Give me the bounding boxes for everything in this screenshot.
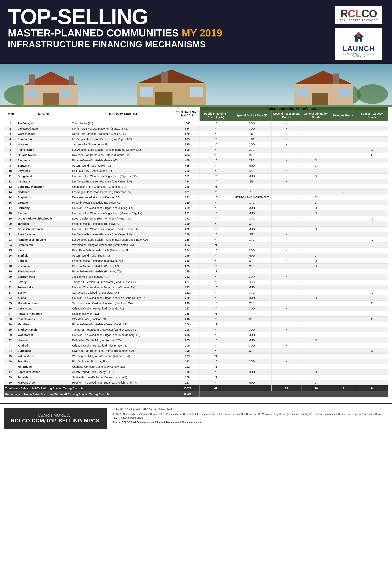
table-row: 42HarvestDallas-Fort Worth-Arlington (Ar… bbox=[4, 338, 388, 343]
table-row: 47Santa Rita RanchAustin-Round Rock (Lib… bbox=[4, 370, 388, 375]
svg-rect-11 bbox=[60, 89, 70, 98]
svg-rect-19 bbox=[161, 72, 168, 83]
table-row: 18SiennaHouston - The Woodlands-Sugar La… bbox=[4, 211, 388, 216]
subtitle: MASTER-PLANNED COMMUNITIES MY 2019 bbox=[8, 28, 329, 38]
header-title-area: TOP-SELLING MASTER-PLANNED COMMUNITIES M… bbox=[8, 6, 329, 49]
col-revenue: Revenue Bonds bbox=[331, 110, 356, 121]
table-row: 27EstrellaPhoenix-Mesa-Scottsdale (Goody… bbox=[4, 258, 388, 264]
table-row: 45WillowsfordWashington-Arlington-Alexan… bbox=[4, 354, 388, 359]
logos-area: RCLCO REAL ESTATE ADVISORS LAUNCH DEVELO… bbox=[333, 6, 384, 60]
col-public-fin: Public Financing / District (Y/N) bbox=[200, 110, 232, 121]
table-row: 1The VillagesThe Villages (FL)1000YCDDX bbox=[4, 121, 388, 126]
rclco-logo: RCLCO REAL ESTATE ADVISORS bbox=[335, 6, 382, 24]
financing-title: INFRASTRUCTURE FINANCING MECHANISMS bbox=[8, 40, 329, 49]
footnote-1: (1) Per RCLCO's Top Selling MPC Report -… bbox=[112, 408, 388, 412]
table-row: 39WoodforestHouston-The Woodlands-Sugar … bbox=[4, 332, 388, 338]
table-row: 34AlianaHouston-The Woodlands-Sugar Land… bbox=[4, 295, 388, 301]
svg-rect-16 bbox=[155, 92, 172, 107]
learn-more-label: LEARN MORE AT bbox=[38, 413, 72, 418]
svg-rect-13 bbox=[68, 76, 74, 85]
table-row: 33EscayaSan Diego-Carlsbad (Chula Vista,… bbox=[4, 290, 388, 295]
table-row: 39Starkey RanchTampa-St. Petersburg-Clea… bbox=[4, 327, 388, 332]
table-row: 20TartessoPhoenix-Mesa-Scottsdale (Bucke… bbox=[4, 221, 388, 226]
table-row: 2Lakewood RanchNorth Port-Sarasota-Brade… bbox=[4, 126, 388, 131]
table-row: 10DaybreakSalt Lake City (South Jordan, … bbox=[4, 168, 388, 174]
table-row: 5NocateeJacksonville (Ponte Vedra, FL)53… bbox=[4, 142, 388, 147]
table-row: 22Skye CanyonLas Vegas-Henderson-Paradis… bbox=[4, 232, 388, 237]
svg-rect-18 bbox=[190, 87, 203, 97]
table-row: 9SonterraAustin-Round Rock (Jarrell, TX)… bbox=[4, 163, 388, 168]
total-row: Total Home Sales or MPC's Utilizing Spec… bbox=[4, 385, 388, 392]
table-row: 29The MeadowsPhoenix-Mesa-Scottsdale (Ph… bbox=[4, 269, 388, 274]
svg-rect-23 bbox=[296, 88, 308, 97]
svg-point-6 bbox=[357, 84, 388, 104]
table-row: 17HarmonyHouston-The Woodlands-Sugar Lan… bbox=[4, 206, 388, 211]
main-table: Rank MPC (1) MSA (City, State) (1) Total… bbox=[4, 107, 388, 398]
col-special-tax: Special Tax Levy Bonds bbox=[356, 110, 388, 121]
table-row: 38River IslandsStockton-Lodi (Stockton, … bbox=[4, 316, 388, 322]
percentage-row: Percentage of Home Sales Occurring Withi… bbox=[4, 392, 388, 398]
col-general-ob: General Obligation Bonds bbox=[301, 110, 331, 121]
houses-illustration bbox=[0, 64, 392, 107]
launch-name: LAUNCH bbox=[339, 44, 379, 53]
footnotes-area: (1) Per RCLCO's Top Selling MPC Report -… bbox=[112, 408, 388, 429]
table-row: 39MeridianPhoenix-Mesa-Scottsdale (Queen… bbox=[4, 322, 388, 327]
table-row: 26SunfieldAustin-Round Rock (Buda, TX)24… bbox=[4, 253, 388, 258]
table-row: 43KindredOrlando-Kissimmee-Sanford (Kiss… bbox=[4, 343, 388, 348]
table-row: 46TraditionPort St. Lucie (St. Lucie, FL… bbox=[4, 359, 388, 364]
table-row: 28VistanciaPhoenix-Mesa-Scottsdale (Peor… bbox=[4, 264, 388, 269]
table-row: 13Cane Bay PlantationCharleston-North Ch… bbox=[4, 184, 388, 190]
table-row: 36Lake NonaOrlando-Kissimmee-Sanford (Or… bbox=[4, 306, 388, 311]
table-row: 14CadenceLas Vegas-Henderson-Paradise (H… bbox=[4, 190, 388, 195]
table-row: 7Ontario RanchRiverside-San Bernardino-O… bbox=[4, 152, 388, 158]
svg-rect-17 bbox=[140, 87, 153, 97]
rclco-name: RCLCO bbox=[339, 8, 379, 19]
table-section: Rank MPC (1) MSA (City, State) (1) Total… bbox=[0, 107, 392, 402]
svg-rect-1 bbox=[357, 33, 360, 37]
svg-rect-9 bbox=[43, 93, 59, 107]
svg-rect-10 bbox=[28, 89, 38, 98]
col-special-dist: Special District Type (2) bbox=[232, 110, 272, 121]
table-row: 32Towne LakeHouston-The Woodlands-Sugar … bbox=[4, 285, 388, 290]
svg-rect-26 bbox=[0, 105, 392, 107]
launch-tagline: DEVELOPMENT FINANCE ADVISORS bbox=[339, 53, 379, 57]
col-special-assess: Special Assessment Bonds bbox=[272, 110, 301, 121]
learn-more-url: RCLCO.COM/TOP-SELLING-MPCS bbox=[11, 418, 100, 424]
learn-more-box: LEARN MORE AT RCLCO.COM/TOP-SELLING-MPCS bbox=[4, 408, 106, 429]
table-row: 25VieraPalm Bay-Melbourne-Titusville (Me… bbox=[4, 248, 388, 253]
svg-rect-22 bbox=[312, 93, 328, 107]
svg-rect-12 bbox=[30, 74, 35, 85]
col-units: Total Units Sold Mid 2019 bbox=[175, 107, 200, 121]
svg-rect-25 bbox=[333, 74, 339, 84]
table-row: 21Cross Creek RanchHouston - The Woodlan… bbox=[4, 226, 388, 232]
bottom-section: LEARN MORE AT RCLCO.COM/TOP-SELLING-MPCS… bbox=[0, 403, 392, 433]
photo-strip bbox=[0, 64, 392, 107]
table-row: 4SummerlinLas Vegas-Henderson-Paradise (… bbox=[4, 136, 388, 142]
table-row: 50Harvest GreenHouston-The Woodlands-Sug… bbox=[4, 380, 388, 385]
rclco-tagline: REAL ESTATE ADVISORS bbox=[339, 19, 379, 22]
table-row: 14StapletonDenver-Aurora-Lakewood (Denve… bbox=[4, 195, 388, 200]
main-title: TOP-SELLING bbox=[8, 6, 329, 28]
table-row: 44SundanceRiverside-San Bernardino-Ontar… bbox=[4, 348, 388, 354]
table-row: 6Irvine RanchLos Angeles-Long Beach-Anah… bbox=[4, 147, 388, 152]
infra-header: Infrastructure Financing Information bbox=[200, 107, 388, 110]
col-msa: MSA (City, State) (1) bbox=[71, 107, 175, 121]
table-row: 47Mill BridgeCharlotte-Concord-Gastonia … bbox=[4, 364, 388, 370]
page-header: TOP-SELLING MASTER-PLANNED COMMUNITIES M… bbox=[0, 0, 392, 64]
table-row: 23Rancho Mission ViejoLos Angeles-Long B… bbox=[4, 237, 388, 242]
launch-logo: LAUNCH DEVELOPMENT FINANCE ADVISORS bbox=[335, 28, 382, 60]
table-row: 3West VillagesNorth Port-Sarasota-Braden… bbox=[4, 131, 388, 136]
table-row: 12InspiradaLas Vegas-Henderson-Paradise … bbox=[4, 179, 388, 184]
launch-icon-svg bbox=[353, 31, 364, 42]
table-row: 11BridgelandHouston - The Woodlands-Suga… bbox=[4, 174, 388, 179]
svg-rect-24 bbox=[339, 88, 351, 97]
table-row: 49TehalehSeattle-Tacoma-Bellevue (Bonney… bbox=[4, 375, 388, 380]
table-row: 30Bartram ParkJacksonville (Jacksonville… bbox=[4, 274, 388, 280]
table-row: 24BrambletonWashington-Arlington-Alexand… bbox=[4, 242, 388, 248]
table-row: 31BexleyTampa-St. Petersburg-Clearwater … bbox=[4, 280, 388, 285]
table-row: 16VerradoPhoenix-Mesa-Scottsdale (Buckey… bbox=[4, 200, 388, 206]
footnote-2: (2) CDD - Community Development District… bbox=[112, 412, 388, 420]
table-row: 35Mountain HouseSan Francisco - Oakland-… bbox=[4, 301, 388, 306]
table-row: 19Great Park NeighborhoodsLoes Angeles-L… bbox=[4, 216, 388, 221]
col-mpc: MPC (1) bbox=[16, 107, 71, 121]
